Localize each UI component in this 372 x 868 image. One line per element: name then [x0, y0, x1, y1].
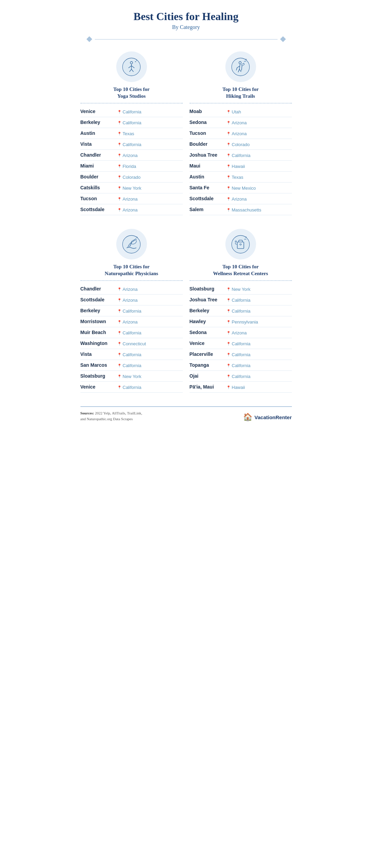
city-name: Ojai [190, 373, 224, 379]
list-item: Tucson📍Arizona [80, 193, 183, 204]
pin-icon: 📍 [117, 197, 121, 201]
state-wrap: 📍California [117, 330, 142, 335]
list-item: Morristown📍Arizona [80, 316, 183, 327]
state-name: Arizona [232, 120, 247, 125]
pin-icon: 📍 [117, 121, 121, 125]
pin-icon: 📍 [117, 175, 121, 179]
pin-icon: 📍 [226, 364, 230, 367]
yoga-icon [116, 51, 147, 82]
state-name: New Mexico [232, 186, 256, 191]
state-name: Pennsylvania [232, 319, 258, 325]
state-wrap: 📍California [117, 363, 142, 368]
city-name: Muir Beach [80, 330, 115, 335]
state-name: California [123, 330, 142, 335]
state-name: New York [123, 374, 142, 379]
city-name: Sloatsburg [190, 286, 224, 291]
yoga-icon-wrap [80, 51, 183, 82]
list-item: Placerville📍California [190, 349, 292, 360]
list-item: Austin📍Texas [80, 128, 183, 139]
list-item: Catskills📍New York [80, 183, 183, 193]
city-name: Placerville [190, 351, 224, 357]
pin-icon: 📍 [117, 287, 121, 291]
state-wrap: 📍California [117, 109, 142, 114]
state-wrap: 📍Pennsylvania [226, 319, 258, 325]
list-item: Santa Fe📍New Mexico [190, 183, 292, 193]
list-item: Scottsdale📍Arizona [80, 295, 183, 305]
pin-icon: 📍 [117, 385, 121, 389]
list-item: Ojai📍California [190, 371, 292, 382]
state-name: Arizona [123, 196, 138, 202]
list-item: Scottsdale📍Arizona [190, 193, 292, 204]
state-name: California [232, 153, 251, 158]
city-name: Boulder [190, 141, 224, 147]
state-name: Arizona [232, 131, 247, 136]
city-name: Austin [80, 130, 115, 136]
state-wrap: 📍California [117, 385, 142, 390]
pin-icon: 📍 [226, 208, 230, 212]
city-name: Tucson [80, 196, 115, 201]
state-wrap: 📍Florida [117, 164, 136, 169]
city-name: Sedona [190, 330, 224, 335]
state-wrap: 📍Arizona [117, 196, 138, 202]
state-wrap: 📍California [226, 153, 251, 158]
pin-icon: 📍 [226, 110, 230, 114]
city-name: Santa Fe [190, 185, 224, 190]
state-name: Texas [232, 175, 243, 180]
list-item: Hawley📍Pennsylvania [190, 316, 292, 327]
pin-icon: 📍 [226, 121, 230, 125]
state-name: Arizona [123, 298, 138, 303]
city-name: Scottsdale [80, 297, 115, 302]
pin-icon: 📍 [117, 353, 121, 357]
state-name: Texas [123, 131, 134, 136]
pin-icon: 📍 [226, 164, 230, 168]
pin-icon: 📍 [117, 186, 121, 190]
list-item: Miami📍Florida [80, 161, 183, 172]
wellness-divider [190, 280, 292, 281]
pin-icon: 📍 [117, 375, 121, 378]
state-name: Colorado [123, 175, 141, 180]
state-wrap: 📍Colorado [117, 175, 141, 180]
yoga-title: Top 10 Cities forYoga Studios [80, 86, 183, 99]
list-item: Chandler📍Arizona [80, 150, 183, 161]
state-name: California [232, 374, 251, 379]
state-wrap: 📍California [226, 298, 251, 303]
state-wrap: 📍California [117, 120, 142, 125]
state-name: New York [232, 287, 251, 292]
state-wrap: 📍Massachusetts [226, 207, 262, 212]
list-item: Boulder📍Colorado [80, 172, 183, 183]
pin-icon: 📍 [117, 143, 121, 146]
city-name: Pā'ia, Maui [190, 384, 224, 390]
state-wrap: 📍California [117, 142, 142, 147]
state-name: California [232, 309, 251, 314]
header-divider [84, 37, 288, 41]
hiking-icon-wrap [190, 51, 292, 82]
state-name: Hawaii [232, 385, 245, 390]
state-wrap: 📍New Mexico [226, 186, 256, 191]
state-name: Hawaii [232, 164, 245, 169]
state-name: California [123, 363, 142, 368]
city-name: Joshua Tree [190, 297, 224, 302]
state-name: California [232, 298, 251, 303]
state-wrap: 📍Arizona [117, 207, 138, 212]
pin-icon: 📍 [226, 298, 230, 302]
pin-icon: 📍 [226, 175, 230, 179]
list-item: Austin📍Texas [190, 172, 292, 183]
state-name: Arizona [123, 207, 138, 212]
svg-point-4 [122, 235, 140, 253]
state-wrap: 📍California [226, 341, 251, 346]
state-wrap: 📍California [117, 352, 142, 357]
list-item: Scottsdale📍Arizona [80, 204, 183, 215]
diamond-left [86, 36, 92, 42]
list-item: Berkeley📍California [190, 305, 292, 316]
pin-icon: 📍 [226, 342, 230, 346]
state-wrap: 📍Arizona [117, 319, 138, 325]
list-item: Sedona📍Arizona [190, 327, 292, 338]
sources-text: Sources: 2022 Yelp, AllTrails, TrailLink… [80, 410, 143, 422]
sections-grid: Top 10 Cities forYoga StudiosVenice📍Cali… [80, 51, 292, 393]
city-name: Miami [80, 163, 115, 169]
list-item: Topanga📍California [190, 360, 292, 371]
city-name: Venice [80, 384, 115, 390]
state-wrap: 📍Texas [117, 131, 134, 136]
city-name: Salem [190, 207, 224, 212]
city-name: Austin [190, 174, 224, 179]
